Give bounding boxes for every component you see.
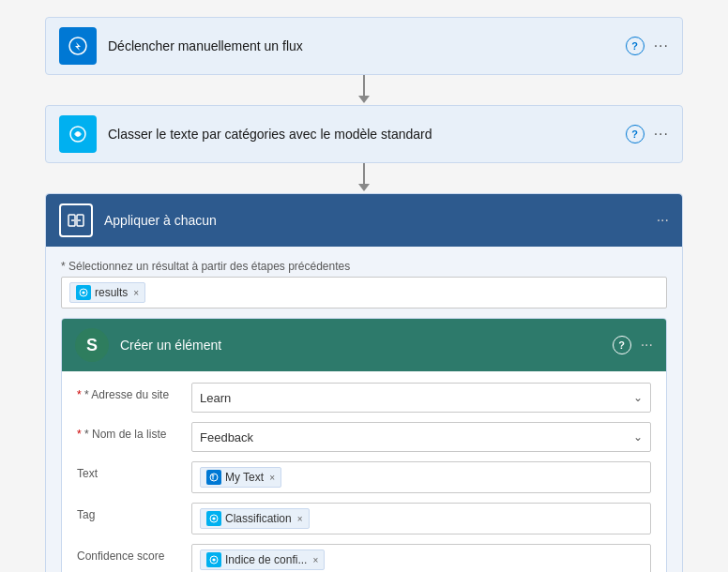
classification-token: Classification × [200, 508, 310, 529]
mytext-token: My Text × [200, 467, 281, 488]
confidence-control: Indice de confi... × [191, 544, 651, 572]
classification-token-label: Classification [225, 512, 292, 525]
confidence-token-label: Indice de confi... [225, 553, 307, 566]
list-name-label: * * Nom de la liste [77, 422, 180, 441]
classify-icon [59, 115, 97, 153]
svg-point-9 [213, 518, 215, 519]
text-label: Text [77, 461, 180, 480]
classify-step: Classer le texte par catégories avec le … [45, 105, 683, 163]
create-element-more-icon[interactable]: ··· [641, 337, 653, 354]
svg-point-2 [76, 132, 81, 137]
confidence-row: Confidence score [77, 544, 651, 572]
list-name-row: * * Nom de la liste Feedback ⌄ [77, 422, 651, 452]
arrow-1 [358, 75, 370, 105]
text-row: Text My Tex [77, 461, 651, 493]
mytext-token-label: My Text [225, 471, 264, 484]
site-address-row: * * Adresse du site Learn ⌄ [77, 383, 651, 413]
tag-row: Tag [77, 503, 651, 534]
site-address-chevron: ⌄ [633, 391, 643, 404]
trigger-help-icon[interactable]: ? [626, 37, 645, 55]
apply-each-more-icon[interactable]: ··· [657, 212, 669, 229]
site-address-dropdown[interactable]: Learn ⌄ [191, 383, 651, 413]
results-token-label: results [95, 286, 128, 299]
create-element-title: Créer un élément [120, 338, 613, 353]
apply-each-token-input[interactable]: results × [61, 277, 667, 309]
create-element-actions: ? ··· [613, 336, 653, 354]
text-token-input[interactable]: My Text × [191, 461, 651, 493]
site-address-value: Learn [200, 391, 231, 405]
create-element-card: S Créer un élément ? ··· * * Adresse du … [61, 318, 667, 572]
create-element-help-icon[interactable]: ? [613, 336, 631, 354]
apply-each-icon [59, 203, 93, 237]
tag-control: Classification × [191, 503, 651, 534]
classification-token-icon [206, 511, 221, 526]
confidence-token: Indice de confi... × [200, 549, 325, 570]
text-control: My Text × [191, 461, 651, 493]
mytext-token-close[interactable]: × [269, 473, 275, 483]
classify-help-icon[interactable]: ? [626, 125, 645, 143]
apply-each-header: Appliquer à chacun ··· [46, 194, 682, 247]
apply-each-container: Appliquer à chacun ··· * Sélectionnez un… [45, 193, 683, 572]
site-address-control: Learn ⌄ [191, 383, 651, 413]
svg-point-11 [213, 559, 215, 561]
apply-each-title: Appliquer à chacun [104, 213, 657, 228]
classification-token-close[interactable]: × [297, 514, 303, 524]
classify-title: Classer le texte par catégories avec le … [108, 127, 626, 142]
flow-container: Déclencher manuellement un flux ? ··· Cl… [19, 17, 709, 572]
confidence-token-input[interactable]: Indice de confi... × [191, 544, 651, 572]
create-element-body: * * Adresse du site Learn ⌄ * * Nom de [62, 371, 666, 572]
classify-more-icon[interactable]: ··· [654, 126, 669, 143]
trigger-title: Déclencher manuellement un flux [108, 38, 626, 53]
apply-each-field: * Sélectionnez un résultat à partir des … [61, 260, 667, 309]
list-name-chevron: ⌄ [633, 430, 643, 444]
trigger-actions: ? ··· [626, 37, 669, 55]
site-address-label: * * Adresse du site [77, 383, 180, 401]
trigger-icon [59, 27, 97, 65]
apply-each-body: * Sélectionnez un résultat à partir des … [46, 247, 682, 572]
create-element-icon: S [75, 328, 109, 362]
trigger-step: Déclencher manuellement un flux ? ··· [45, 17, 683, 75]
apply-each-field-label: * Sélectionnez un résultat à partir des … [61, 260, 667, 273]
mytext-token-icon [206, 470, 221, 485]
tag-token-input[interactable]: Classification × [191, 503, 651, 534]
results-token: results × [69, 282, 145, 303]
list-name-value: Feedback [200, 430, 253, 444]
results-token-icon [76, 285, 91, 300]
svg-point-7 [210, 474, 218, 481]
results-token-close[interactable]: × [133, 288, 139, 298]
trigger-more-icon[interactable]: ··· [654, 38, 669, 54]
list-name-dropdown[interactable]: Feedback ⌄ [191, 422, 651, 452]
list-name-control: Feedback ⌄ [191, 422, 651, 452]
tag-label: Tag [77, 503, 180, 521]
svg-point-6 [83, 292, 84, 294]
create-element-header: S Créer un élément ? ··· [62, 319, 666, 371]
confidence-label: Confidence score [77, 544, 180, 563]
classify-actions: ? ··· [626, 125, 669, 143]
confidence-token-close[interactable]: × [312, 555, 318, 565]
arrow-2 [358, 163, 370, 193]
confidence-token-icon [206, 552, 221, 567]
